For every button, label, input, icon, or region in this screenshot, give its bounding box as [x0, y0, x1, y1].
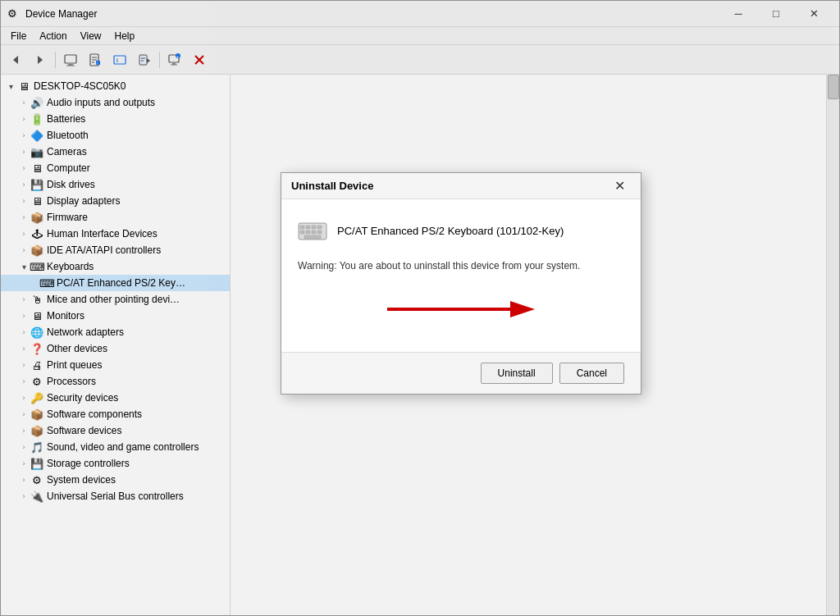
modal-footer: Uninstall Cancel: [281, 352, 641, 394]
keyboard-device-icon: [298, 216, 327, 245]
modal-device-row: PC/AT Enhanced PS/2 Keyboard (101/102-Ke…: [298, 216, 624, 245]
modal-title-bar: Uninstall Device ✕: [281, 173, 641, 199]
svg-rect-27: [312, 226, 316, 229]
svg-rect-29: [300, 230, 304, 234]
modal-device-name: PC/AT Enhanced PS/2 Keyboard (101/102-Ke…: [337, 225, 564, 237]
svg-rect-25: [300, 226, 304, 229]
svg-marker-35: [510, 301, 535, 317]
svg-rect-28: [317, 226, 322, 229]
modal-overlay: Uninstall Device ✕: [0, 0, 840, 616]
modal-close-button[interactable]: ✕: [608, 175, 631, 198]
svg-rect-32: [317, 230, 322, 234]
svg-rect-31: [312, 230, 316, 234]
svg-rect-33: [304, 235, 321, 239]
svg-rect-30: [306, 230, 310, 234]
uninstall-button[interactable]: Uninstall: [481, 363, 553, 384]
modal-title: Uninstall Device: [291, 180, 608, 192]
modal-arrow-area: [298, 293, 624, 326]
svg-rect-26: [306, 226, 310, 229]
arrow-graphic: [379, 293, 543, 326]
modal-body: PC/AT Enhanced PS/2 Keyboard (101/102-Ke…: [281, 199, 641, 352]
modal-warning-text: Warning: You are about to uninstall this…: [298, 258, 624, 273]
cancel-button[interactable]: Cancel: [559, 363, 624, 384]
uninstall-dialog: Uninstall Device ✕: [281, 172, 641, 395]
